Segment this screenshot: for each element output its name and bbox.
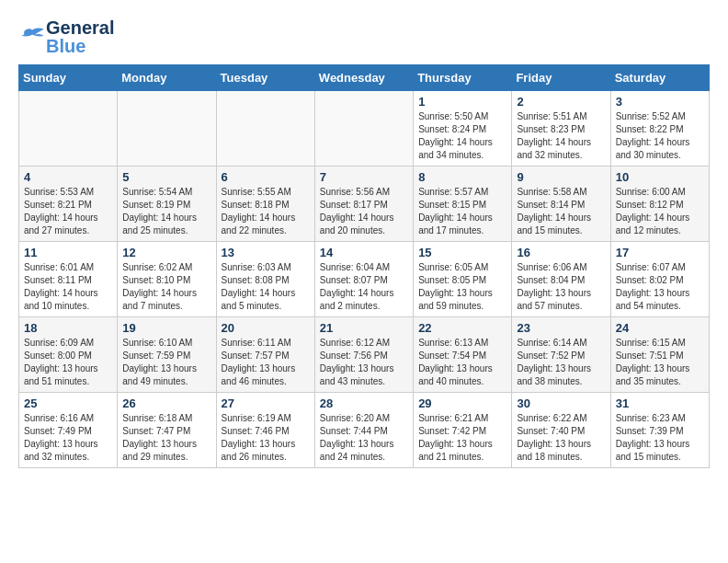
- day-info: Sunrise: 6:05 AM Sunset: 8:05 PM Dayligh…: [418, 261, 506, 313]
- logo-blue: Blue: [46, 37, 114, 55]
- calendar-week-row: 18Sunrise: 6:09 AM Sunset: 8:00 PM Dayli…: [19, 317, 710, 393]
- calendar-cell: 8Sunrise: 5:57 AM Sunset: 8:15 PM Daylig…: [414, 167, 512, 242]
- day-info: Sunrise: 6:21 AM Sunset: 7:42 PM Dayligh…: [418, 412, 506, 464]
- day-number: 11: [24, 246, 112, 259]
- logo-general: General: [46, 18, 114, 37]
- day-info: Sunrise: 6:13 AM Sunset: 7:54 PM Dayligh…: [418, 337, 506, 388]
- weekday-header-tuesday: Tuesday: [216, 65, 314, 91]
- calendar-cell: 22Sunrise: 6:13 AM Sunset: 7:54 PM Dayli…: [414, 317, 512, 393]
- calendar-cell: 29Sunrise: 6:21 AM Sunset: 7:42 PM Dayli…: [414, 393, 512, 468]
- calendar-cell: 23Sunrise: 6:14 AM Sunset: 7:52 PM Dayli…: [512, 317, 610, 393]
- calendar-cell: [19, 91, 118, 167]
- weekday-header-saturday: Saturday: [610, 65, 709, 91]
- day-info: Sunrise: 6:02 AM Sunset: 8:10 PM Dayligh…: [122, 261, 210, 313]
- day-info: Sunrise: 6:18 AM Sunset: 7:47 PM Dayligh…: [122, 412, 210, 464]
- day-number: 26: [122, 396, 210, 410]
- weekday-header-wednesday: Wednesday: [314, 65, 413, 91]
- day-number: 23: [517, 321, 605, 335]
- day-number: 4: [24, 170, 112, 184]
- day-info: Sunrise: 5:55 AM Sunset: 8:18 PM Dayligh…: [222, 186, 310, 237]
- calendar-cell: 30Sunrise: 6:22 AM Sunset: 7:40 PM Dayli…: [512, 393, 610, 468]
- day-info: Sunrise: 5:57 AM Sunset: 8:15 PM Dayligh…: [418, 186, 506, 237]
- calendar-cell: 27Sunrise: 6:19 AM Sunset: 7:46 PM Dayli…: [216, 393, 314, 468]
- calendar-cell: 17Sunrise: 6:07 AM Sunset: 8:02 PM Dayli…: [610, 242, 709, 317]
- day-info: Sunrise: 6:00 AM Sunset: 8:12 PM Dayligh…: [616, 186, 704, 237]
- calendar-cell: 28Sunrise: 6:20 AM Sunset: 7:44 PM Dayli…: [314, 393, 413, 468]
- day-number: 30: [517, 396, 605, 410]
- calendar-cell: 7Sunrise: 5:56 AM Sunset: 8:17 PM Daylig…: [314, 167, 413, 242]
- calendar-cell: 18Sunrise: 6:09 AM Sunset: 8:00 PM Dayli…: [19, 317, 118, 393]
- day-number: 6: [222, 170, 310, 184]
- calendar-cell: 2Sunrise: 5:51 AM Sunset: 8:23 PM Daylig…: [512, 91, 610, 167]
- calendar-table: SundayMondayTuesdayWednesdayThursdayFrid…: [18, 64, 710, 468]
- calendar-cell: [314, 91, 413, 167]
- day-number: 2: [517, 95, 605, 109]
- calendar-cell: 24Sunrise: 6:15 AM Sunset: 7:51 PM Dayli…: [610, 317, 709, 393]
- day-number: 3: [616, 95, 704, 109]
- day-info: Sunrise: 6:16 AM Sunset: 7:49 PM Dayligh…: [24, 412, 112, 464]
- calendar-cell: 1Sunrise: 5:50 AM Sunset: 8:24 PM Daylig…: [414, 91, 512, 167]
- day-number: 15: [418, 246, 506, 259]
- calendar-cell: 13Sunrise: 6:03 AM Sunset: 8:08 PM Dayli…: [216, 242, 314, 317]
- calendar-cell: 14Sunrise: 6:04 AM Sunset: 8:07 PM Dayli…: [314, 242, 413, 317]
- day-info: Sunrise: 5:53 AM Sunset: 8:21 PM Dayligh…: [24, 186, 112, 237]
- day-info: Sunrise: 5:58 AM Sunset: 8:14 PM Dayligh…: [517, 186, 605, 237]
- calendar-cell: [118, 91, 216, 167]
- day-number: 28: [320, 396, 408, 410]
- logo-text: General Blue: [46, 18, 114, 55]
- day-number: 13: [222, 246, 310, 259]
- weekday-header-sunday: Sunday: [19, 65, 118, 91]
- day-number: 12: [122, 246, 210, 259]
- page-header: General Blue: [18, 18, 710, 55]
- calendar-cell: 9Sunrise: 5:58 AM Sunset: 8:14 PM Daylig…: [512, 167, 610, 242]
- day-number: 8: [418, 170, 506, 184]
- day-number: 22: [418, 321, 506, 335]
- day-number: 1: [418, 95, 506, 109]
- day-info: Sunrise: 6:22 AM Sunset: 7:40 PM Dayligh…: [517, 412, 605, 464]
- day-number: 31: [616, 396, 704, 410]
- calendar-cell: 10Sunrise: 6:00 AM Sunset: 8:12 PM Dayli…: [610, 167, 709, 242]
- weekday-header-friday: Friday: [512, 65, 610, 91]
- day-number: 10: [616, 170, 704, 184]
- calendar-week-row: 1Sunrise: 5:50 AM Sunset: 8:24 PM Daylig…: [19, 91, 710, 167]
- day-number: 5: [122, 170, 210, 184]
- day-info: Sunrise: 6:04 AM Sunset: 8:07 PM Dayligh…: [320, 261, 408, 313]
- day-number: 18: [24, 321, 112, 335]
- day-info: Sunrise: 6:14 AM Sunset: 7:52 PM Dayligh…: [517, 337, 605, 388]
- day-info: Sunrise: 6:15 AM Sunset: 7:51 PM Dayligh…: [616, 337, 704, 388]
- calendar-cell: 26Sunrise: 6:18 AM Sunset: 7:47 PM Dayli…: [118, 393, 216, 468]
- day-info: Sunrise: 6:07 AM Sunset: 8:02 PM Dayligh…: [616, 261, 704, 313]
- day-number: 25: [24, 396, 112, 410]
- weekday-header-thursday: Thursday: [414, 65, 512, 91]
- calendar-cell: 16Sunrise: 6:06 AM Sunset: 8:04 PM Dayli…: [512, 242, 610, 317]
- day-info: Sunrise: 6:01 AM Sunset: 8:11 PM Dayligh…: [24, 261, 112, 313]
- day-number: 24: [616, 321, 704, 335]
- day-number: 27: [222, 396, 310, 410]
- calendar-cell: 31Sunrise: 6:23 AM Sunset: 7:39 PM Dayli…: [610, 393, 709, 468]
- day-number: 14: [320, 246, 408, 259]
- day-info: Sunrise: 6:09 AM Sunset: 8:00 PM Dayligh…: [24, 337, 112, 388]
- day-number: 21: [320, 321, 408, 335]
- day-number: 20: [222, 321, 310, 335]
- calendar-cell: 3Sunrise: 5:52 AM Sunset: 8:22 PM Daylig…: [610, 91, 709, 167]
- calendar-cell: 12Sunrise: 6:02 AM Sunset: 8:10 PM Dayli…: [118, 242, 216, 317]
- calendar-cell: 19Sunrise: 6:10 AM Sunset: 7:59 PM Dayli…: [118, 317, 216, 393]
- calendar-cell: 15Sunrise: 6:05 AM Sunset: 8:05 PM Dayli…: [414, 242, 512, 317]
- day-info: Sunrise: 6:11 AM Sunset: 7:57 PM Dayligh…: [222, 337, 310, 388]
- calendar-cell: 5Sunrise: 5:54 AM Sunset: 8:19 PM Daylig…: [118, 167, 216, 242]
- day-info: Sunrise: 6:20 AM Sunset: 7:44 PM Dayligh…: [320, 412, 408, 464]
- day-number: 19: [122, 321, 210, 335]
- day-number: 29: [418, 396, 506, 410]
- weekday-header-row: SundayMondayTuesdayWednesdayThursdayFrid…: [19, 65, 710, 91]
- weekday-header-monday: Monday: [118, 65, 216, 91]
- day-info: Sunrise: 5:52 AM Sunset: 8:22 PM Dayligh…: [616, 110, 704, 162]
- day-info: Sunrise: 6:06 AM Sunset: 8:04 PM Dayligh…: [517, 261, 605, 313]
- day-number: 9: [517, 170, 605, 184]
- calendar-cell: 11Sunrise: 6:01 AM Sunset: 8:11 PM Dayli…: [19, 242, 118, 317]
- day-info: Sunrise: 6:19 AM Sunset: 7:46 PM Dayligh…: [222, 412, 310, 464]
- day-info: Sunrise: 5:56 AM Sunset: 8:17 PM Dayligh…: [320, 186, 408, 237]
- calendar-week-row: 4Sunrise: 5:53 AM Sunset: 8:21 PM Daylig…: [19, 167, 710, 242]
- calendar-cell: 25Sunrise: 6:16 AM Sunset: 7:49 PM Dayli…: [19, 393, 118, 468]
- logo: General Blue: [18, 18, 114, 55]
- logo-bird-icon: [18, 27, 46, 45]
